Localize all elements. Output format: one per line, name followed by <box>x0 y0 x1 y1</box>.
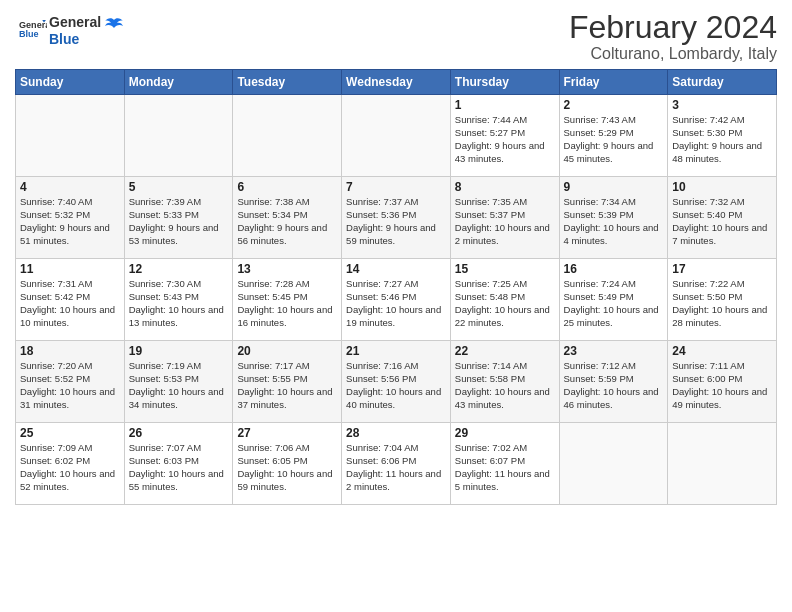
day-number: 28 <box>346 426 446 440</box>
table-row: 23Sunrise: 7:12 AM Sunset: 5:59 PM Dayli… <box>559 341 668 423</box>
day-number: 23 <box>564 344 664 358</box>
calendar-week-3: 11Sunrise: 7:31 AM Sunset: 5:42 PM Dayli… <box>16 259 777 341</box>
day-number: 10 <box>672 180 772 194</box>
table-row: 26Sunrise: 7:07 AM Sunset: 6:03 PM Dayli… <box>124 423 233 505</box>
calendar-week-5: 25Sunrise: 7:09 AM Sunset: 6:02 PM Dayli… <box>16 423 777 505</box>
logo: General Blue General Blue <box>15 14 125 48</box>
day-info: Sunrise: 7:07 AM Sunset: 6:03 PM Dayligh… <box>129 442 229 493</box>
col-friday: Friday <box>559 70 668 95</box>
day-info: Sunrise: 7:42 AM Sunset: 5:30 PM Dayligh… <box>672 114 772 165</box>
table-row: 10Sunrise: 7:32 AM Sunset: 5:40 PM Dayli… <box>668 177 777 259</box>
table-row: 7Sunrise: 7:37 AM Sunset: 5:36 PM Daylig… <box>342 177 451 259</box>
day-info: Sunrise: 7:39 AM Sunset: 5:33 PM Dayligh… <box>129 196 229 247</box>
day-number: 8 <box>455 180 555 194</box>
calendar: Sunday Monday Tuesday Wednesday Thursday… <box>15 69 777 505</box>
table-row: 15Sunrise: 7:25 AM Sunset: 5:48 PM Dayli… <box>450 259 559 341</box>
day-info: Sunrise: 7:34 AM Sunset: 5:39 PM Dayligh… <box>564 196 664 247</box>
table-row <box>16 95 125 177</box>
table-row <box>342 95 451 177</box>
day-number: 17 <box>672 262 772 276</box>
day-info: Sunrise: 7:44 AM Sunset: 5:27 PM Dayligh… <box>455 114 555 165</box>
table-row: 2Sunrise: 7:43 AM Sunset: 5:29 PM Daylig… <box>559 95 668 177</box>
day-info: Sunrise: 7:02 AM Sunset: 6:07 PM Dayligh… <box>455 442 555 493</box>
table-row <box>668 423 777 505</box>
page-subtitle: Colturano, Lombardy, Italy <box>569 45 777 63</box>
col-monday: Monday <box>124 70 233 95</box>
day-number: 3 <box>672 98 772 112</box>
day-info: Sunrise: 7:22 AM Sunset: 5:50 PM Dayligh… <box>672 278 772 329</box>
day-info: Sunrise: 7:25 AM Sunset: 5:48 PM Dayligh… <box>455 278 555 329</box>
day-info: Sunrise: 7:17 AM Sunset: 5:55 PM Dayligh… <box>237 360 337 411</box>
page-title: February 2024 <box>569 10 777 45</box>
day-number: 16 <box>564 262 664 276</box>
table-row: 5Sunrise: 7:39 AM Sunset: 5:33 PM Daylig… <box>124 177 233 259</box>
day-number: 12 <box>129 262 229 276</box>
table-row: 4Sunrise: 7:40 AM Sunset: 5:32 PM Daylig… <box>16 177 125 259</box>
day-info: Sunrise: 7:16 AM Sunset: 5:56 PM Dayligh… <box>346 360 446 411</box>
day-number: 18 <box>20 344 120 358</box>
table-row: 16Sunrise: 7:24 AM Sunset: 5:49 PM Dayli… <box>559 259 668 341</box>
col-sunday: Sunday <box>16 70 125 95</box>
calendar-week-4: 18Sunrise: 7:20 AM Sunset: 5:52 PM Dayli… <box>16 341 777 423</box>
day-number: 15 <box>455 262 555 276</box>
table-row: 13Sunrise: 7:28 AM Sunset: 5:45 PM Dayli… <box>233 259 342 341</box>
logo-icon: General Blue <box>19 15 47 43</box>
table-row: 3Sunrise: 7:42 AM Sunset: 5:30 PM Daylig… <box>668 95 777 177</box>
table-row: 8Sunrise: 7:35 AM Sunset: 5:37 PM Daylig… <box>450 177 559 259</box>
day-info: Sunrise: 7:28 AM Sunset: 5:45 PM Dayligh… <box>237 278 337 329</box>
day-number: 7 <box>346 180 446 194</box>
col-tuesday: Tuesday <box>233 70 342 95</box>
day-info: Sunrise: 7:31 AM Sunset: 5:42 PM Dayligh… <box>20 278 120 329</box>
day-number: 5 <box>129 180 229 194</box>
day-number: 4 <box>20 180 120 194</box>
table-row: 22Sunrise: 7:14 AM Sunset: 5:58 PM Dayli… <box>450 341 559 423</box>
day-number: 29 <box>455 426 555 440</box>
table-row: 19Sunrise: 7:19 AM Sunset: 5:53 PM Dayli… <box>124 341 233 423</box>
day-info: Sunrise: 7:38 AM Sunset: 5:34 PM Dayligh… <box>237 196 337 247</box>
svg-text:Blue: Blue <box>19 29 39 39</box>
table-row: 6Sunrise: 7:38 AM Sunset: 5:34 PM Daylig… <box>233 177 342 259</box>
day-info: Sunrise: 7:06 AM Sunset: 6:05 PM Dayligh… <box>237 442 337 493</box>
day-info: Sunrise: 7:14 AM Sunset: 5:58 PM Dayligh… <box>455 360 555 411</box>
logo-line2: Blue <box>49 31 101 48</box>
calendar-week-1: 1Sunrise: 7:44 AM Sunset: 5:27 PM Daylig… <box>16 95 777 177</box>
logo-bird-icon <box>103 16 125 38</box>
day-info: Sunrise: 7:20 AM Sunset: 5:52 PM Dayligh… <box>20 360 120 411</box>
day-info: Sunrise: 7:30 AM Sunset: 5:43 PM Dayligh… <box>129 278 229 329</box>
col-thursday: Thursday <box>450 70 559 95</box>
table-row: 9Sunrise: 7:34 AM Sunset: 5:39 PM Daylig… <box>559 177 668 259</box>
day-info: Sunrise: 7:40 AM Sunset: 5:32 PM Dayligh… <box>20 196 120 247</box>
table-row: 11Sunrise: 7:31 AM Sunset: 5:42 PM Dayli… <box>16 259 125 341</box>
table-row <box>559 423 668 505</box>
day-number: 25 <box>20 426 120 440</box>
logo-line1: General <box>49 14 101 31</box>
table-row: 12Sunrise: 7:30 AM Sunset: 5:43 PM Dayli… <box>124 259 233 341</box>
day-info: Sunrise: 7:19 AM Sunset: 5:53 PM Dayligh… <box>129 360 229 411</box>
day-info: Sunrise: 7:32 AM Sunset: 5:40 PM Dayligh… <box>672 196 772 247</box>
day-number: 19 <box>129 344 229 358</box>
day-info: Sunrise: 7:27 AM Sunset: 5:46 PM Dayligh… <box>346 278 446 329</box>
calendar-week-2: 4Sunrise: 7:40 AM Sunset: 5:32 PM Daylig… <box>16 177 777 259</box>
day-info: Sunrise: 7:24 AM Sunset: 5:49 PM Dayligh… <box>564 278 664 329</box>
title-block: February 2024 Colturano, Lombardy, Italy <box>569 10 777 63</box>
day-number: 2 <box>564 98 664 112</box>
day-info: Sunrise: 7:35 AM Sunset: 5:37 PM Dayligh… <box>455 196 555 247</box>
day-info: Sunrise: 7:11 AM Sunset: 6:00 PM Dayligh… <box>672 360 772 411</box>
table-row: 1Sunrise: 7:44 AM Sunset: 5:27 PM Daylig… <box>450 95 559 177</box>
day-number: 27 <box>237 426 337 440</box>
table-row <box>124 95 233 177</box>
day-number: 13 <box>237 262 337 276</box>
day-number: 11 <box>20 262 120 276</box>
day-info: Sunrise: 7:12 AM Sunset: 5:59 PM Dayligh… <box>564 360 664 411</box>
day-info: Sunrise: 7:37 AM Sunset: 5:36 PM Dayligh… <box>346 196 446 247</box>
day-info: Sunrise: 7:43 AM Sunset: 5:29 PM Dayligh… <box>564 114 664 165</box>
day-number: 22 <box>455 344 555 358</box>
day-number: 21 <box>346 344 446 358</box>
table-row: 20Sunrise: 7:17 AM Sunset: 5:55 PM Dayli… <box>233 341 342 423</box>
table-row: 28Sunrise: 7:04 AM Sunset: 6:06 PM Dayli… <box>342 423 451 505</box>
day-info: Sunrise: 7:09 AM Sunset: 6:02 PM Dayligh… <box>20 442 120 493</box>
table-row: 29Sunrise: 7:02 AM Sunset: 6:07 PM Dayli… <box>450 423 559 505</box>
col-saturday: Saturday <box>668 70 777 95</box>
day-number: 26 <box>129 426 229 440</box>
table-row: 25Sunrise: 7:09 AM Sunset: 6:02 PM Dayli… <box>16 423 125 505</box>
